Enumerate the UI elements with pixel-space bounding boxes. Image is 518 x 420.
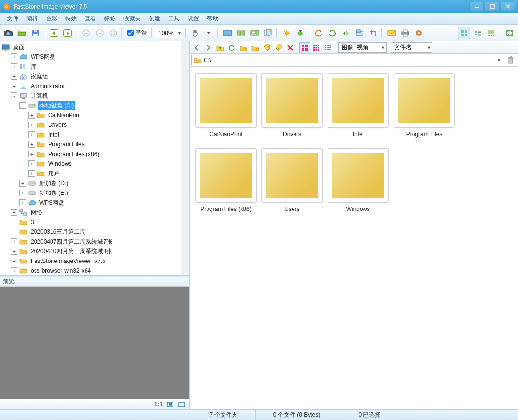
tree-item[interactable]: +Windows (2, 159, 187, 169)
tree-item[interactable]: +Administrator (2, 81, 187, 91)
crop-button[interactable] (367, 27, 380, 39)
tree-item[interactable]: +家庭组 (2, 71, 187, 81)
expand-toggle[interactable]: + (28, 131, 35, 138)
tree-item[interactable]: +网络 (2, 208, 187, 217)
folder-item[interactable]: Users (260, 148, 324, 218)
filter-media-combo[interactable]: 图像+视频▼ (338, 42, 387, 52)
tree-item[interactable]: +用户 (2, 169, 187, 178)
tree-item[interactable]: 3 (2, 217, 187, 227)
forward-button[interactable] (61, 27, 74, 39)
expand-toggle[interactable]: + (28, 160, 35, 167)
rotate-right-button[interactable] (326, 27, 339, 39)
close-button[interactable] (501, 2, 515, 11)
view-filmstrip-button[interactable] (485, 27, 498, 39)
view-details-button[interactable] (471, 27, 484, 39)
menu-fav[interactable]: 收藏夹 (120, 14, 145, 24)
settings-button[interactable] (413, 27, 425, 39)
zoom-in-button[interactable] (80, 27, 92, 39)
expand-toggle[interactable]: - (11, 92, 17, 99)
fullscreen-icon[interactable] (177, 401, 186, 408)
expand-toggle[interactable]: + (19, 180, 26, 187)
wallpaper-button[interactable] (248, 27, 261, 39)
menu-create[interactable]: 创建 (145, 14, 164, 24)
view-list-button[interactable] (323, 42, 333, 53)
minimize-button[interactable] (469, 2, 484, 11)
zoom-out-button[interactable] (93, 27, 106, 39)
tree-scrollbar[interactable] (181, 41, 189, 275)
tree-item[interactable]: +20200410四月第一周系统域3张 (2, 246, 187, 256)
resize-button[interactable] (353, 27, 366, 39)
tree-item[interactable]: +Drivers (2, 120, 187, 130)
folder-item[interactable]: Intel (327, 73, 390, 143)
tag-go-button[interactable] (273, 42, 284, 53)
tree-item[interactable]: +20200407四月第二周系统域7张 (2, 237, 187, 246)
expand-toggle[interactable]: + (19, 190, 26, 196)
tree-item[interactable]: 桌面 (2, 42, 187, 52)
fav-folder-button[interactable] (238, 42, 249, 53)
tree-item[interactable]: -本地磁盘 (C:) (2, 101, 187, 110)
tree-item[interactable]: +Program Files (2, 140, 187, 149)
menu-file[interactable]: 文件 (3, 14, 22, 24)
flip-h-button[interactable] (340, 27, 352, 39)
expand-toggle[interactable]: + (11, 73, 17, 80)
expand-toggle[interactable]: + (28, 151, 35, 158)
sort-combo[interactable]: 文件名▼ (391, 42, 432, 52)
brightness-button[interactable] (280, 27, 293, 39)
expand-toggle[interactable]: - (19, 102, 26, 109)
refresh-button[interactable] (226, 42, 237, 53)
expand-toggle[interactable]: + (11, 209, 17, 216)
tree-item[interactable]: 20200316三月第二周 (2, 227, 187, 237)
tree-item[interactable]: +新加卷 (E:) (2, 188, 187, 198)
folder-item[interactable]: CaiNiaoPrint (194, 73, 258, 143)
expand-toggle[interactable]: + (11, 258, 17, 264)
expand-toggle[interactable]: + (11, 238, 17, 245)
menu-tag[interactable]: 标签 (100, 14, 120, 24)
folder-item[interactable]: Program Files (x86) (194, 148, 258, 218)
menu-settings[interactable]: 设置 (184, 14, 203, 24)
menu-effect[interactable]: 特效 (61, 14, 81, 24)
print-button[interactable] (399, 27, 412, 39)
smooth-checkbox[interactable]: 平滑 (125, 29, 149, 37)
files-grid[interactable]: CaiNiaoPrintDriversIntelProgram FilesPro… (190, 67, 518, 409)
tree-item[interactable]: +库 (2, 62, 187, 71)
menu-edit[interactable]: 编辑 (22, 14, 42, 24)
back-button[interactable] (48, 27, 60, 39)
expand-toggle[interactable] (11, 228, 17, 235)
tree-item[interactable]: +WPS网盘 (2, 52, 187, 62)
delete-button[interactable] (285, 42, 295, 53)
compare-button[interactable] (235, 27, 247, 39)
folder-tree[interactable]: 桌面+WPS网盘+库+家庭组+Administrator-计算机-本地磁盘 (C… (0, 41, 189, 275)
rotate-left-button[interactable] (312, 27, 325, 39)
tree-item[interactable]: +Intel (2, 130, 187, 140)
tree-item[interactable]: +CaiNiaoPrint (2, 110, 187, 120)
open-button[interactable] (16, 27, 28, 39)
expand-toggle[interactable]: + (19, 199, 26, 206)
folder-item[interactable]: Windows (327, 148, 390, 218)
menu-tools[interactable]: 工具 (164, 14, 184, 24)
tree-item[interactable]: -计算机 (2, 91, 187, 101)
view-large-icons-button[interactable] (299, 42, 310, 53)
zoom-combo[interactable]: 100%▼ (155, 28, 183, 38)
expand-toggle[interactable]: + (28, 122, 35, 128)
fit-window-icon[interactable] (166, 401, 174, 408)
tree-item[interactable]: +Program Files (x86) (2, 149, 187, 159)
nav-forward-button[interactable] (203, 42, 214, 53)
hand-tool-button[interactable] (189, 27, 202, 39)
nav-back-button[interactable] (191, 42, 202, 53)
tag-button[interactable] (261, 42, 272, 53)
tree-item[interactable]: +WPS网盘 (2, 198, 187, 208)
expand-toggle[interactable]: + (11, 248, 17, 255)
folder-item[interactable]: Program Files (393, 73, 456, 143)
zoom-actual-button[interactable] (107, 27, 120, 39)
color-picker-button[interactable] (294, 27, 307, 39)
nav-up-button[interactable] (215, 42, 225, 53)
trash-button[interactable] (505, 55, 516, 66)
view-thumbs-button[interactable] (458, 27, 470, 39)
expand-toggle[interactable]: + (28, 170, 35, 177)
tree-item[interactable]: +FastStoneImageViewer_v7.5 (2, 256, 187, 266)
maximize-button[interactable] (485, 2, 500, 11)
hand-dropdown[interactable] (203, 27, 215, 39)
view-small-icons-button[interactable] (311, 42, 322, 53)
path-input[interactable]: C:\ ▼ (191, 55, 503, 65)
fav-add-button[interactable] (250, 42, 260, 53)
